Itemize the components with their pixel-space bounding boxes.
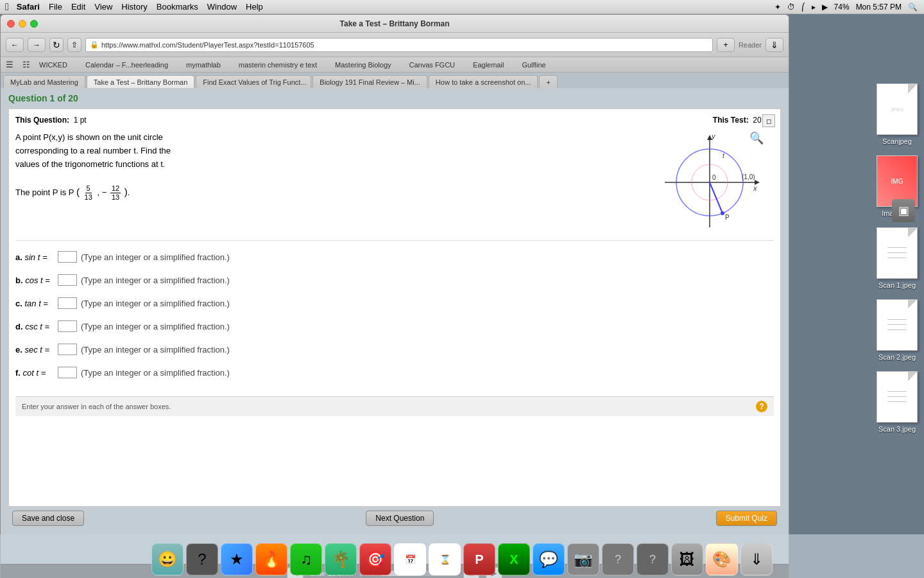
scan2-thumb: ――――――――――――――― [877, 299, 918, 351]
unit-circle-graph: y x 0 (1,0) t [658, 131, 761, 234]
dock-messages[interactable]: 💬 [533, 543, 565, 575]
add-tab-button[interactable]: + [717, 38, 735, 52]
dock-app-x[interactable]: X [498, 543, 530, 575]
volume-icon: ▶ [822, 3, 828, 12]
sin-input[interactable] [58, 251, 77, 263]
tab-take-test[interactable]: Take a Test – Brittany Borman [87, 75, 195, 88]
close-button[interactable] [7, 20, 15, 28]
dock-unknown1[interactable]: ? [186, 543, 218, 575]
menu-edit[interactable]: Edit [71, 2, 85, 12]
menu-window[interactable]: Window [207, 2, 237, 12]
question-meta: This Question: 1 pt This Test: 20 pts ◻ [15, 116, 774, 125]
bookmark-mastering-bio[interactable]: Mastering Biology [335, 61, 391, 69]
answer-row-sin: a. sin t = (Type an integer or a simplif… [15, 251, 774, 263]
text-line3: values of the trigonometric functions at… [15, 158, 646, 171]
tab-trig[interactable]: Find Exact Values of Trig Funct... [196, 75, 311, 88]
answer-row-cos: b. cos t = (Type an integer or a simplif… [15, 274, 774, 286]
add-tab-btn[interactable]: + [539, 75, 557, 88]
menu-bookmarks[interactable]: Bookmarks [157, 2, 198, 12]
bookmark-eaglemail[interactable]: Eaglemail [473, 61, 504, 69]
zoom-icon[interactable]: 🔍 [749, 131, 764, 145]
dock-app1[interactable]: 🎯 [359, 543, 391, 575]
dock-palm[interactable]: 🌴 [325, 543, 357, 575]
dock-calendar[interactable]: 📅 [394, 543, 426, 575]
bookmark-gulfline[interactable]: Gulfline [522, 61, 545, 69]
dock-app-p[interactable]: P [463, 543, 495, 575]
question-box: This Question: 1 pt This Test: 20 pts ◻ … [8, 109, 781, 507]
calculator-icon[interactable]: ▣ [892, 199, 915, 222]
forward-button[interactable]: → [28, 38, 46, 52]
svg-text:y: y [711, 132, 716, 140]
desktop-icons: JPEG Scanjpeg IMG Images.jp ――――――――――――… [877, 83, 918, 433]
scanjpeg-label: Scanjpeg [882, 137, 912, 145]
sec-input[interactable] [58, 344, 77, 355]
bookmark-calendar[interactable]: Calendar – F...heerleading [85, 61, 168, 69]
sec-hint: (Type an integer or a simplified fractio… [81, 345, 230, 355]
bluetooth-icon: ⎛ [801, 3, 805, 12]
dock-finder[interactable]: 😀 [151, 543, 184, 575]
apple-menu[interactable]:  [5, 1, 9, 13]
dock-monitor[interactable]: 🖼 [671, 543, 703, 575]
menu-history[interactable]: History [121, 2, 147, 12]
answer-row-cot: f. cot t = (Type an integer or a simplif… [15, 367, 774, 378]
svg-text:0: 0 [712, 174, 716, 181]
help-button[interactable]: ? [756, 401, 767, 412]
question-text: A point P(x,y) is shown on the unit circ… [15, 131, 646, 236]
reload-button[interactable]: ↻ [49, 38, 64, 52]
reader-button[interactable]: Reader [739, 41, 762, 49]
address-bar[interactable]: 🔒 https://www.mathxl.com/Student/PlayerT… [85, 38, 713, 52]
point-equation: The point P is P ( 5 13 , − 12 13 ). [15, 184, 646, 202]
csc-input[interactable] [58, 320, 77, 332]
menu-file[interactable]: File [49, 2, 62, 12]
back-button[interactable]: ← [6, 38, 24, 52]
dock-firefox[interactable]: 🔥 [255, 543, 287, 575]
search-icon[interactable]: 🔍 [908, 3, 918, 12]
tab-biology[interactable]: Biology 191 Final Review – Mi... [312, 75, 427, 88]
dock-downloads[interactable]: ⇓ [740, 543, 773, 575]
tan-input[interactable] [58, 297, 77, 309]
dock-unknown2[interactable]: ? [602, 543, 634, 575]
dock-photos[interactable]: 🎨 [706, 543, 738, 575]
frac-y-den: 13 [110, 193, 121, 202]
tab-screenshot[interactable]: How to take a screenshot on... [429, 75, 538, 88]
time-label: Mon 5:57 PM [856, 3, 902, 12]
bookmark-mymathlab[interactable]: mymathlab [186, 61, 221, 69]
answers-section: a. sin t = (Type an integer or a simplif… [15, 245, 774, 396]
dock-launchpad[interactable]: ★ [221, 543, 253, 575]
sidebar-icon[interactable]: ☷ [22, 60, 30, 69]
bookmark-masterin[interactable]: masterin chemistry e text [239, 61, 317, 69]
save-close-button[interactable]: Save and close [12, 511, 84, 526]
maximize-button[interactable] [30, 20, 38, 28]
menu-help[interactable]: Help [246, 2, 263, 12]
scanjpeg-icon[interactable]: JPEG Scanjpeg [877, 83, 918, 145]
cot-input[interactable] [58, 367, 77, 378]
scan2-icon[interactable]: ――――――――――――――― Scan 2.jpeg [877, 299, 918, 361]
dock-unknown3[interactable]: ? [637, 543, 669, 575]
this-question-label: This Question: 1 pt [15, 116, 87, 125]
fraction-x: 5 13 [83, 184, 94, 202]
bookmark-wicked[interactable]: WICKED [39, 61, 67, 69]
answer-row-tan: c. tan t = (Type an integer or a simplif… [15, 297, 774, 309]
dock-music[interactable]: ♫ [290, 543, 322, 575]
minimize-button[interactable] [19, 20, 26, 28]
downloads-button[interactable]: ⇓ [766, 38, 783, 52]
tan-label: c. tan t = [15, 299, 54, 308]
traffic-lights [7, 20, 38, 28]
menu-view[interactable]: View [94, 2, 112, 12]
dock-camera[interactable]: 📷 [567, 543, 599, 575]
url-text: https://www.mathxl.com/Student/PlayerTes… [101, 41, 314, 49]
scan1-icon[interactable]: ――――――――――――――― Scan 1.jpeg [877, 227, 918, 289]
battery-label: 74% [834, 3, 850, 12]
dock-clock[interactable]: ⌛ [429, 543, 461, 575]
dock: 😀 ? ★ 🔥 ♫ 🌴 🎯 📅 ⌛ P X 💬 📷 ? ? 🖼 🎨 ⇓ [0, 534, 924, 578]
menu-safari[interactable]: Safari [17, 2, 40, 12]
text-line1: A point P(x,y) is shown on the unit circ… [15, 131, 646, 144]
expand-button[interactable]: ◻ [762, 114, 775, 127]
share-button[interactable]: ⇧ [67, 38, 81, 52]
tab-mylab[interactable]: MyLab and Mastering [3, 75, 85, 88]
cos-input[interactable] [58, 274, 77, 286]
bookmark-canvas[interactable]: Canvas FGCU [409, 61, 456, 69]
scan3-icon[interactable]: ――――――――――――――― Scan 3.jpeg [877, 371, 918, 433]
next-question-button[interactable]: Next Question [366, 511, 434, 526]
submit-quiz-button[interactable]: Submit Quiz [716, 511, 777, 526]
